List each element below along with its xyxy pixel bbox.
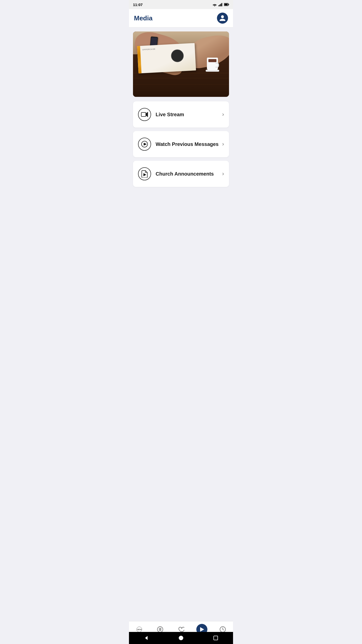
church-announcements-card[interactable]: Church Announcements › (133, 161, 229, 187)
watch-previous-card[interactable]: Watch Previous Messages › (133, 131, 229, 157)
church-announcements-chevron: › (222, 171, 224, 177)
svg-rect-7 (141, 112, 146, 116)
svg-rect-3 (221, 3, 222, 6)
watch-previous-label: Watch Previous Messages (156, 141, 218, 147)
main-content: UPPERCASE (129, 27, 233, 211)
svg-marker-11 (144, 173, 146, 176)
document-play-icon (141, 170, 148, 178)
svg-rect-1 (219, 5, 220, 6)
live-stream-card[interactable]: Live Stream › (133, 101, 229, 128)
status-bar: 11:07 (129, 0, 233, 9)
svg-marker-8 (146, 112, 148, 117)
user-avatar-button[interactable] (217, 13, 228, 24)
watch-previous-icon-container (138, 138, 151, 151)
church-announcements-card-left: Church Announcements (138, 167, 214, 180)
svg-rect-0 (218, 5, 219, 6)
status-icons (212, 3, 229, 6)
page-header: Media (129, 9, 233, 27)
cup-handle (215, 63, 219, 68)
wifi-icon (212, 3, 217, 6)
wood-grain (133, 69, 229, 97)
church-announcements-label: Church Announcements (156, 171, 214, 177)
watch-previous-card-left: Watch Previous Messages (138, 138, 218, 151)
magazine-object: UPPERCASE (137, 43, 196, 73)
live-stream-chevron: › (222, 111, 224, 118)
svg-marker-10 (144, 143, 147, 145)
video-camera-icon (141, 111, 148, 117)
live-stream-card-left: Live Stream (138, 108, 184, 121)
magazine-text: UPPERCASE (142, 48, 156, 51)
live-stream-label: Live Stream (156, 112, 184, 117)
play-circle-icon (141, 141, 148, 148)
cup-liquid (208, 59, 216, 62)
hero-image: UPPERCASE (133, 31, 229, 97)
live-stream-icon-container (138, 108, 151, 121)
svg-rect-2 (220, 4, 221, 6)
signal-icon (218, 3, 222, 6)
coffee-cup (206, 57, 219, 73)
battery-icon (224, 3, 229, 6)
svg-rect-5 (229, 4, 229, 5)
status-time: 11:07 (133, 3, 143, 7)
page-title: Media (134, 14, 153, 22)
magazine-circle (171, 49, 184, 62)
watch-previous-chevron: › (222, 141, 224, 147)
user-icon (219, 15, 226, 22)
svg-rect-6 (224, 4, 228, 6)
church-announcements-icon-container (138, 167, 151, 180)
